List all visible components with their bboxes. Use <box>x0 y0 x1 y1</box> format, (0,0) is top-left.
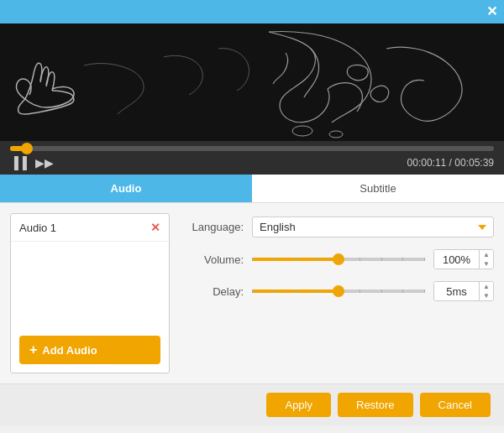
tabs-container: Audio Subtitle <box>0 175 504 203</box>
delay-spinbox[interactable]: ▲ ▼ <box>433 281 494 301</box>
volume-up-arrow[interactable]: ▲ <box>480 250 493 259</box>
volume-slider-fill <box>252 258 339 261</box>
seek-bar-container[interactable] <box>10 146 494 151</box>
skip-forward-icon: ▶▶ <box>35 156 54 170</box>
delay-slider-track[interactable] <box>252 290 425 293</box>
seek-bar[interactable] <box>10 146 494 151</box>
volume-input[interactable] <box>434 250 479 269</box>
add-icon: + <box>29 342 37 357</box>
total-time: 00:05:39 <box>454 157 494 169</box>
main-content: Audio 1 ✕ + Add Audio Language: English … <box>0 203 504 383</box>
delay-input[interactable] <box>434 282 479 300</box>
close-button[interactable]: ✕ <box>486 5 497 18</box>
skip-forward-button[interactable]: ▶▶ <box>35 156 54 170</box>
delay-spinbox-arrows: ▲ ▼ <box>479 282 493 300</box>
volume-slider-thumb[interactable] <box>333 253 344 265</box>
current-time: 00:00:11 <box>407 157 447 169</box>
delay-up-arrow[interactable]: ▲ <box>480 282 493 291</box>
apply-button[interactable]: Apply <box>266 393 331 417</box>
volume-spinbox[interactable]: ▲ ▼ <box>433 249 494 269</box>
tab-subtitle[interactable]: Subtitle <box>252 175 504 202</box>
audio-remove-button[interactable]: ✕ <box>150 221 160 234</box>
volume-down-arrow[interactable]: ▼ <box>480 259 493 269</box>
footer: Apply Restore Cancel <box>0 383 504 425</box>
delay-slider-container[interactable] <box>252 283 425 300</box>
delay-down-arrow[interactable]: ▼ <box>480 291 493 300</box>
volume-label: Volume: <box>183 253 244 266</box>
add-audio-button[interactable]: + Add Audio <box>19 336 160 364</box>
delay-label: Delay: <box>183 285 244 298</box>
play-pause-icon: ▐▐ <box>10 156 27 170</box>
cancel-button[interactable]: Cancel <box>420 393 491 417</box>
play-pause-button[interactable]: ▐▐ <box>10 156 27 170</box>
delay-slider-thumb[interactable] <box>333 285 344 297</box>
language-select[interactable]: English French Spanish German Italian <box>252 216 494 237</box>
audio-item-label: Audio 1 <box>19 222 56 234</box>
volume-slider-track[interactable] <box>252 258 425 261</box>
video-area <box>0 23 504 141</box>
audio-item: Audio 1 ✕ <box>11 214 169 242</box>
language-row: Language: English French Spanish German … <box>183 216 494 237</box>
volume-slider-container[interactable] <box>252 251 425 268</box>
settings-panel: Language: English French Spanish German … <box>183 213 494 373</box>
audio-list-panel: Audio 1 ✕ + Add Audio <box>10 213 170 373</box>
time-display: 00:00:11 / 00:05:39 <box>407 157 494 169</box>
svg-rect-0 <box>0 23 504 141</box>
delay-slider-fill <box>252 290 339 293</box>
title-bar: ✕ <box>0 0 504 23</box>
volume-spinbox-arrows: ▲ ▼ <box>479 250 493 269</box>
language-label: Language: <box>183 221 244 233</box>
restore-button[interactable]: Restore <box>338 393 413 417</box>
tab-audio[interactable]: Audio <box>0 175 252 202</box>
seek-thumb[interactable] <box>21 143 33 154</box>
volume-row: Volume: <box>183 249 494 269</box>
controls-bar: ▐▐ ▶▶ 00:00:11 / 00:05:39 <box>0 141 504 175</box>
delay-row: Delay: <box>183 281 494 301</box>
